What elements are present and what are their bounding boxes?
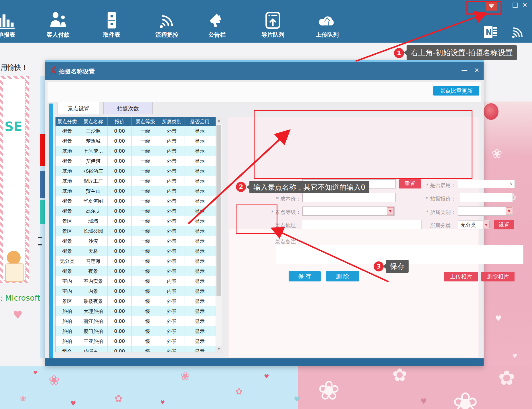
set-button[interactable]: 设置 (494, 220, 514, 229)
combo-arrow-icon[interactable]: ▼ (387, 207, 394, 215)
table-row[interactable]: 街景 夜景 0.00 一级 外景 显示 (56, 266, 222, 276)
cell-category: 景区 (56, 226, 79, 236)
toolbar-item-upload-queue[interactable]: 上传队列 (312, 11, 343, 39)
table-row[interactable]: 景区 长城公园 0.00 一级 外景 显示 (56, 226, 222, 236)
cell-category: 景区 (56, 296, 79, 306)
table-row[interactable]: 街景 沙漠 0.00 一级 外景 显示 (56, 236, 222, 246)
maximize-button[interactable]: □ (511, 1, 519, 8)
reset-button[interactable]: 重置 (399, 179, 421, 188)
table-row[interactable]: 基地 影匠工厂 0.00 一级 内景 显示 (56, 176, 222, 186)
table-row[interactable]: 室内 内景 0.00 一级 内景 显示 (56, 286, 222, 296)
cell-type: 外景 (159, 266, 184, 276)
scroll-down-icon[interactable]: ▼ (216, 346, 222, 352)
classification-combo[interactable]: 无分类 ▼ (458, 220, 490, 229)
col-header-name[interactable]: 景点名称 (79, 117, 108, 126)
cell-level: 一级 (132, 306, 159, 316)
dialog-top-border (45, 60, 484, 62)
heart-icon: ♥ (13, 309, 23, 320)
col-header-category[interactable]: 景点分类 (56, 117, 79, 126)
upload-photo-button[interactable]: 上传相片 (444, 272, 478, 281)
col-header-price[interactable]: 报价 (108, 117, 132, 126)
table-scrollbar[interactable]: ▲ ▼ (216, 117, 222, 352)
cell-name: 城墙 (79, 216, 108, 226)
table-row[interactable]: 基地 贺兰山 0.00 一级 内景 显示 (56, 186, 222, 196)
table-row[interactable]: 景区 鼓楼夜景 0.00 一级 外景 显示 (56, 296, 222, 306)
col-header-enabled[interactable]: 是否启用 (184, 117, 215, 126)
combo-arrow-icon[interactable]: ▼ (483, 221, 490, 229)
category-combo[interactable]: ▼ (458, 207, 513, 216)
cell-level: 一级 (132, 266, 159, 276)
spot-weight-update-button[interactable]: 景点比重更新 (433, 86, 479, 96)
cell-type: 内景 (159, 186, 184, 196)
table-row[interactable]: 街景 天桥 0.00 一级 外景 显示 (56, 246, 222, 256)
table-row[interactable]: 基地 七号梦... 0.00 一级 内景 显示 (56, 146, 222, 156)
cell-name: 天桥 (79, 246, 108, 256)
poster-cartoon-head (7, 251, 21, 265)
spot-level-combo[interactable]: ▼ (302, 207, 395, 216)
table-row[interactable]: 旅拍 丽江旅拍 0.00 一级 外景 显示 (56, 316, 222, 326)
cost-price-input[interactable] (302, 193, 396, 202)
scrollbar-thumb[interactable] (216, 125, 221, 296)
cell-category: 街景 (56, 246, 79, 256)
enabled-select[interactable]: ∨ (458, 180, 515, 188)
cell-type: 内景 (159, 276, 184, 286)
dialog-close-button[interactable]: × (472, 66, 481, 74)
col-header-level[interactable]: 景点等级 (132, 117, 159, 126)
combo-arrow-icon[interactable]: ▼ (506, 207, 513, 215)
spot-address-input[interactable] (302, 220, 422, 229)
save-button[interactable]: 保 存 (289, 271, 321, 281)
category-label: * 所属类别： (420, 209, 456, 216)
toolbar-item-announcement[interactable]: 公告栏 (201, 11, 233, 39)
spot-table-body: 街景 三沙源 0.00 一级 外景 显示 街景 梦想城 0.00 一级 内景 (56, 126, 222, 352)
col-header-type[interactable]: 所属类别 (159, 117, 184, 126)
cell-category: 旅拍 (56, 326, 79, 336)
cell-category: 街景 (56, 156, 79, 166)
table-row[interactable]: 旅拍 厦门旅拍 0.00 一级 外景 显示 (56, 326, 222, 336)
tab-shoot-count[interactable]: 拍摄次数 (103, 102, 153, 114)
spot-level-label: * 景点等级： (262, 209, 301, 216)
cell-category: 无分类 (56, 256, 79, 266)
table-row[interactable]: 基地 张裕酒庄 0.00 一级 外景 显示 (56, 166, 222, 176)
shoot-price-input[interactable] (460, 193, 513, 202)
poster-inner: SE (3, 79, 26, 280)
classification-label: 所属分类： (423, 222, 456, 229)
table-row[interactable]: 街景 梦想城 0.00 一级 内景 显示 (56, 136, 222, 146)
dialog-titlebar[interactable]: 拍摄名称设置 — × (45, 62, 484, 80)
delete-photo-button[interactable]: 删除相片 (481, 272, 515, 281)
table-row[interactable]: 街景 高尔夫 0.00 一级 外景 显示 (56, 206, 222, 216)
toolbar-item-pickup[interactable]: 取件表 (96, 11, 127, 39)
flower-icon: ✿ (392, 366, 407, 384)
delete-button[interactable]: 删 除 (326, 271, 359, 281)
tab-spot-settings[interactable]: 景点设置 (58, 102, 99, 114)
table-row[interactable]: 无分类 马莲滩 0.00 一级 外景 显示 (56, 256, 222, 266)
table-row[interactable]: 旅拍 大理旅拍 0.00 一级 外景 显示 (56, 306, 222, 316)
toolbar-item-payment[interactable]: 客人付款 (42, 11, 74, 39)
table-row[interactable]: 街景 华夏河图 0.00 一级 外景 显示 (56, 196, 222, 206)
toolbar-item-report[interactable]: 单报表 (0, 11, 22, 39)
microsoft-text: : Microsoft (0, 293, 40, 302)
cell-category: 旅拍 (56, 306, 79, 316)
flower-icon: ❀ (49, 374, 60, 387)
toolbar-item-export-queue[interactable]: 导片队列 (257, 11, 289, 39)
table-row[interactable]: 街景 艾伊河 0.00 一级 外景 显示 (56, 156, 222, 166)
initial-settings-dropdown-button[interactable] (486, 1, 497, 11)
table-row[interactable]: 街景 三沙源 0.00 一级 外景 显示 (56, 126, 222, 136)
cell-level: 一级 (132, 236, 159, 246)
dialog-accent-bar (49, 104, 53, 358)
table-row[interactable]: 组合 内景+... 0.00 一级 外景 显示 (56, 346, 222, 352)
toolbar-item-workflow[interactable]: 流程把控 (151, 11, 183, 39)
flower-icon: ✿ (235, 387, 243, 396)
close-button[interactable]: × (521, 1, 529, 8)
table-row[interactable]: 景区 城墙 0.00 一级 外景 显示 (56, 216, 222, 226)
table-row[interactable]: 室内 室内实景 0.00 一级 内景 显示 (56, 276, 222, 286)
cell-enabled: 显示 (184, 186, 215, 196)
onenote-icon[interactable]: N (484, 25, 497, 40)
cell-type: 外景 (159, 226, 184, 236)
minimize-button[interactable]: — (503, 0, 510, 7)
table-row[interactable]: 旅拍 三亚旅拍 0.00 一级 外景 显示 (56, 336, 222, 346)
dialog-minimize-button[interactable]: — (460, 66, 469, 74)
wifi-signal-icon[interactable] (511, 26, 525, 39)
scroll-up-icon[interactable]: ▲ (216, 117, 222, 124)
cell-price: 0.00 (108, 246, 132, 256)
cell-level: 一级 (132, 186, 159, 196)
